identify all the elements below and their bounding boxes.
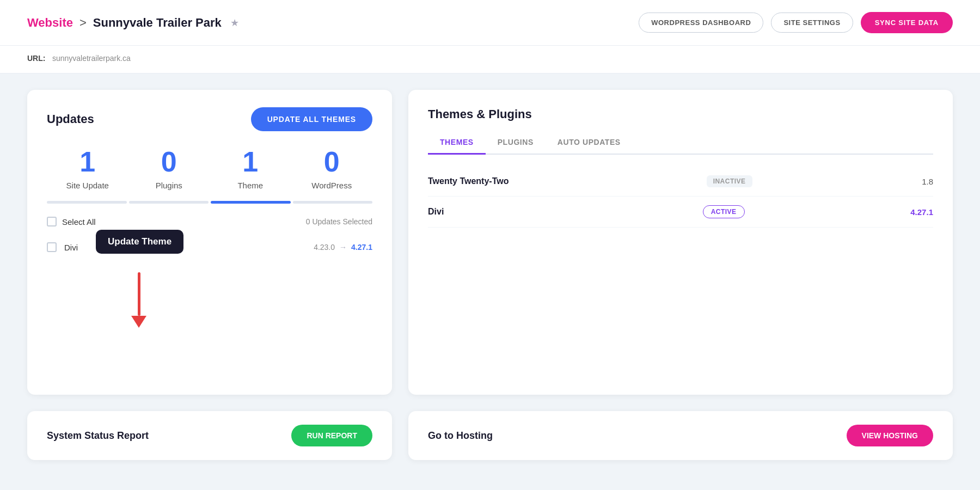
updates-panel-header: Updates UPDATE ALL THEMES bbox=[47, 107, 372, 131]
progress-seg-1 bbox=[47, 201, 127, 204]
bottom-row: System Status Report RUN REPORT Go to Ho… bbox=[0, 411, 980, 476]
tab-auto-updates[interactable]: AUTO UPDATES bbox=[546, 132, 633, 155]
site-title: Sunnyvale Trailer Park bbox=[93, 16, 222, 30]
stat-number-site-update: 1 bbox=[47, 146, 128, 177]
theme-row-divi: Divi ACTIVE 4.27.1 bbox=[428, 197, 933, 228]
stat-plugins: 0 Plugins bbox=[128, 146, 210, 190]
progress-row bbox=[47, 201, 372, 204]
sync-site-data-button[interactable]: SYNC SITE DATA bbox=[861, 12, 953, 33]
theme-status-inactive: INACTIVE bbox=[707, 175, 752, 187]
stat-label-wordpress: WordPress bbox=[291, 181, 373, 190]
theme-status-active: ACTIVE bbox=[703, 205, 745, 218]
progress-seg-2 bbox=[129, 201, 209, 204]
stat-theme: 1 Theme bbox=[210, 146, 291, 190]
divi-checkbox[interactable] bbox=[47, 242, 57, 252]
stat-number-plugins: 0 bbox=[128, 146, 210, 177]
header-actions: WORDPRESS DASHBOARD SITE SETTINGS SYNC S… bbox=[639, 12, 953, 33]
tooltip-text: Update Theme bbox=[96, 230, 183, 254]
progress-seg-4 bbox=[293, 201, 373, 204]
arrow-line bbox=[138, 272, 140, 316]
tab-themes[interactable]: THEMES bbox=[428, 132, 486, 155]
updates-selected-count: 0 Updates Selected bbox=[306, 217, 372, 226]
updates-panel: Updates UPDATE ALL THEMES 1 Site Update … bbox=[27, 90, 392, 395]
theme-version-divi: 4.27.1 bbox=[910, 207, 933, 217]
theme-name-divi: Divi bbox=[428, 207, 537, 217]
updates-title: Updates bbox=[47, 112, 94, 126]
stat-number-theme: 1 bbox=[210, 146, 291, 177]
hosting-panel: Go to Hosting VIEW HOSTING bbox=[408, 411, 953, 460]
breadcrumb: Website > Sunnyvale Trailer Park ★ bbox=[27, 16, 239, 30]
stat-label-theme: Theme bbox=[210, 181, 291, 190]
progress-seg-3 bbox=[211, 201, 291, 204]
theme-name-twentytwentytwo: Twenty Twenty-Two bbox=[428, 176, 537, 186]
red-arrow bbox=[131, 272, 146, 328]
tabs-row: THEMES PLUGINS AUTO UPDATES bbox=[428, 132, 933, 155]
site-settings-button[interactable]: SITE SETTINGS bbox=[771, 13, 853, 33]
table-actions: Select All 0 Updates Selected bbox=[47, 217, 372, 226]
wordpress-dashboard-button[interactable]: WORDPRESS DASHBOARD bbox=[639, 13, 763, 33]
stat-label-site-update: Site Update bbox=[47, 181, 128, 190]
divi-version-info: 4.23.0 → 4.27.1 bbox=[314, 243, 372, 252]
theme-version-twentytwentytwo: 1.8 bbox=[922, 177, 933, 186]
arrow-head bbox=[131, 316, 146, 328]
themes-plugins-panel: Themes & Plugins THEMES PLUGINS AUTO UPD… bbox=[408, 90, 953, 395]
version-to: 4.27.1 bbox=[351, 243, 372, 252]
red-arrow-indicator bbox=[131, 272, 146, 328]
view-hosting-button[interactable]: VIEW HOSTING bbox=[847, 425, 933, 446]
tab-plugins[interactable]: PLUGINS bbox=[486, 132, 546, 155]
url-label: URL: bbox=[27, 54, 45, 63]
run-report-button[interactable]: RUN REPORT bbox=[291, 425, 372, 446]
select-all-row: Select All bbox=[47, 217, 96, 226]
divi-section: Update Theme Divi ↻ ACTIVE 4.23.0 → 4.27… bbox=[47, 235, 372, 259]
select-all-label: Select All bbox=[62, 217, 96, 226]
stat-label-plugins: Plugins bbox=[128, 181, 210, 190]
brand-link[interactable]: Website bbox=[27, 16, 73, 30]
url-value: sunnyvaletrailerpark.ca bbox=[52, 54, 131, 63]
star-icon[interactable]: ★ bbox=[230, 17, 239, 29]
header: Website > Sunnyvale Trailer Park ★ WORDP… bbox=[0, 0, 980, 46]
theme-row-twentytwentytwo: Twenty Twenty-Two INACTIVE 1.8 bbox=[428, 167, 933, 197]
breadcrumb-separator: > bbox=[79, 16, 87, 30]
system-status-panel: System Status Report RUN REPORT bbox=[27, 411, 392, 460]
system-status-title: System Status Report bbox=[47, 430, 149, 442]
update-theme-tooltip: Update Theme bbox=[96, 230, 183, 254]
stat-wordpress: 0 WordPress bbox=[291, 146, 373, 190]
select-all-checkbox[interactable] bbox=[47, 217, 57, 226]
hosting-title: Go to Hosting bbox=[428, 430, 493, 442]
update-all-themes-button[interactable]: UPDATE ALL THEMES bbox=[251, 107, 372, 131]
main-content: Updates UPDATE ALL THEMES 1 Site Update … bbox=[0, 74, 980, 411]
version-arrow: → bbox=[339, 243, 347, 252]
stat-number-wordpress: 0 bbox=[291, 146, 373, 177]
url-bar: URL: sunnyvaletrailerpark.ca bbox=[0, 46, 980, 74]
themes-plugins-title: Themes & Plugins bbox=[428, 107, 933, 121]
version-from: 4.23.0 bbox=[314, 243, 335, 252]
stats-row: 1 Site Update 0 Plugins 1 Theme 0 WordPr… bbox=[47, 146, 372, 190]
stat-site-update: 1 Site Update bbox=[47, 146, 128, 190]
